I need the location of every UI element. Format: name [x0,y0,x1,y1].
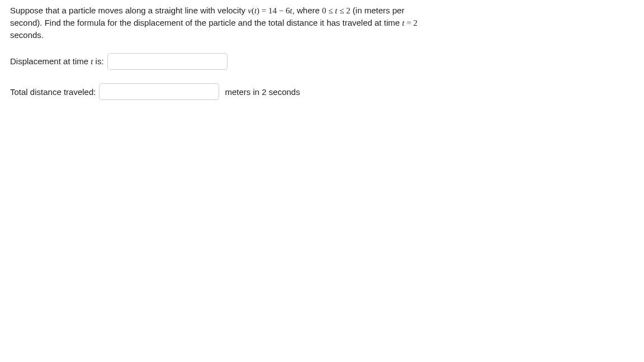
displacement-label-before: Displacement at time [10,56,91,66]
distance-suffix: meters in 2 seconds [225,87,300,97]
velocity-fn: v [248,6,252,15]
time-suffix: seconds. [10,30,44,40]
range-upper: 2 [346,6,351,15]
velocity-b: 6 [286,6,290,15]
velocity-a: 14 [268,6,277,15]
velocity-minus: − [277,6,286,15]
displacement-label-after: is: [93,56,103,66]
problem-text-intro: Suppose that a particle moves along a st… [10,6,248,15]
range-lower: 0 [322,6,326,15]
displacement-label: Displacement at time t is: [10,56,104,66]
range-le2: ≤ [337,6,346,15]
problem-text-where: , where [292,6,322,15]
distance-row: Total distance traveled: meters in 2 sec… [10,83,634,100]
time-val: 2 [413,18,418,27]
problem-statement: Suppose that a particle moves along a st… [10,4,424,41]
displacement-input[interactable] [107,53,228,70]
distance-input[interactable] [99,83,219,100]
distance-label: Total distance traveled: [10,87,96,97]
range-le1: ≤ [326,6,335,15]
time-eq: = [404,18,413,27]
velocity-equals: = [259,6,268,15]
displacement-row: Displacement at time t is: [10,53,634,70]
